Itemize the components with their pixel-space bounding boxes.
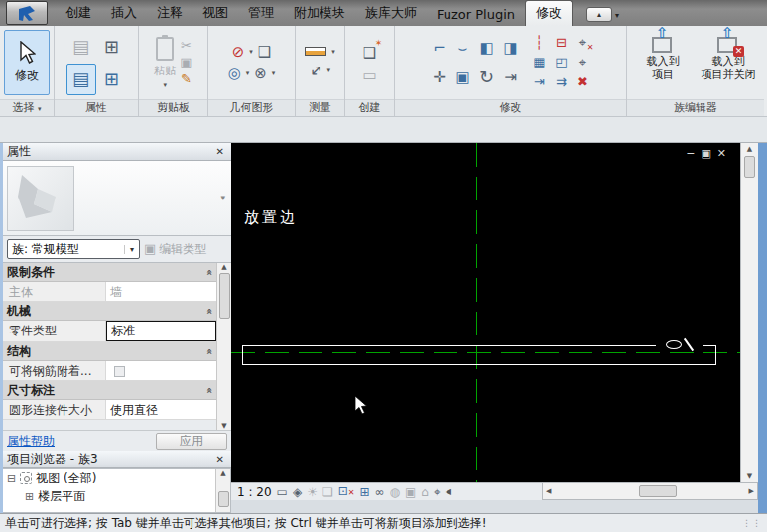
create-group-button[interactable]: ❑ ✶: [363, 43, 376, 62]
properties-palette-header[interactable]: 属性 ✕: [3, 143, 231, 161]
scroll-right-icon[interactable]: ▶: [749, 487, 754, 495]
load-into-project-button[interactable]: ⇧ 载入到 项目: [632, 29, 694, 96]
scroll-thumb[interactable]: [218, 491, 229, 507]
offset-icon[interactable]: ⌣: [458, 40, 468, 56]
trim-extend-corner-icon[interactable]: ⇥: [504, 69, 517, 85]
copy-element-icon[interactable]: ▣: [455, 69, 469, 85]
tab-fuzor-plugin[interactable]: Fuzor Plugin: [427, 4, 525, 26]
part-type-value[interactable]: 标准: [106, 321, 216, 341]
tab-family-library[interactable]: 族库大师: [355, 1, 427, 26]
canvas-horizontal-scrollbar[interactable]: ◀ ▶: [542, 482, 758, 500]
section-collapse-icon[interactable]: «: [203, 269, 214, 275]
connect-dropdown-icon[interactable]: ▾: [272, 69, 276, 77]
scroll-down-icon[interactable]: ▼: [747, 472, 752, 480]
tree-item-views[interactable]: ⊟ 视图 (全部): [3, 469, 230, 487]
scroll-left-icon[interactable]: ◀: [546, 487, 551, 495]
create-similar-icon[interactable]: ▭: [362, 67, 376, 83]
split-with-gap-icon[interactable]: ⊟: [556, 36, 567, 50]
measure-between-dropdown-icon[interactable]: ▾: [327, 66, 331, 74]
wall-host-outline[interactable]: [242, 345, 716, 365]
tab-create[interactable]: 创建: [56, 1, 101, 26]
tab-annotate[interactable]: 注释: [147, 1, 192, 26]
tab-modify-active[interactable]: 修改: [525, 0, 573, 26]
move-icon[interactable]: ✛: [433, 69, 446, 85]
delete-icon[interactable]: ✖: [577, 75, 588, 89]
view-scale[interactable]: 1 : 20: [237, 485, 272, 499]
match-type-icon[interactable]: ✎: [181, 72, 192, 86]
cut-geometry-dropdown-icon[interactable]: ▾: [249, 48, 253, 56]
section-structural[interactable]: 结构 «: [3, 342, 216, 361]
array-icon[interactable]: ▦: [533, 56, 545, 69]
worksharing-display-icon[interactable]: ▣: [405, 485, 416, 499]
reveal-constraints-icon[interactable]: ⌖: [434, 485, 441, 499]
solid-cube-icon[interactable]: ❑: [258, 44, 271, 60]
scroll-thumb[interactable]: [639, 485, 677, 497]
properties-scrollbar[interactable]: ▲ ▼: [216, 263, 231, 430]
scroll-up-icon[interactable]: ▲: [221, 263, 226, 271]
scale-icon[interactable]: ◰: [555, 56, 567, 69]
panel-label-select[interactable]: 选择 ▾: [0, 99, 54, 116]
section-mechanical[interactable]: 机械 «: [3, 302, 216, 321]
connect-icon[interactable]: ⊗: [254, 66, 267, 81]
type-preview[interactable]: ▾: [3, 161, 231, 236]
sun-path-icon[interactable]: ☀: [307, 485, 318, 499]
reference-plane-vertical[interactable]: [476, 143, 477, 482]
align-icon[interactable]: ⌐: [433, 40, 446, 56]
cut-icon[interactable]: ✂: [181, 39, 192, 53]
family-category-button[interactable]: ▤: [66, 31, 96, 63]
measure-ruler-icon[interactable]: [305, 47, 326, 56]
view-close-icon[interactable]: ✕: [717, 147, 726, 160]
trim-extend-single-icon[interactable]: ⇥: [534, 75, 545, 89]
crop-view-icon[interactable]: ⊡✕: [338, 484, 355, 500]
analytical-model-icon[interactable]: ⌂: [421, 485, 429, 499]
modify-tool-button[interactable]: 修改: [4, 30, 50, 95]
tab-view[interactable]: 视图: [192, 1, 238, 26]
canvas-vertical-scrollbar[interactable]: ▲ ▼: [740, 143, 758, 482]
measure-between-icon[interactable]: ↔: [306, 61, 325, 80]
copy-icon[interactable]: ▣: [180, 56, 192, 69]
section-collapse-icon[interactable]: «: [203, 308, 214, 314]
pin-icon[interactable]: ⌖: [579, 56, 586, 69]
properties-button[interactable]: ▤: [66, 64, 96, 95]
connector-size-value[interactable]: 使用直径: [106, 400, 216, 419]
rebar-checkbox[interactable]: [114, 366, 125, 377]
tab-addins[interactable]: 附加模块: [284, 1, 355, 26]
paste-button[interactable]: 粘贴 ▾: [154, 37, 176, 89]
shadows-icon[interactable]: ❏: [322, 485, 333, 499]
tree-item-floor-plans[interactable]: ⊞ 楼层平面: [3, 487, 230, 505]
rotate-icon[interactable]: ↻: [479, 67, 494, 87]
detail-level-icon[interactable]: ▭: [277, 485, 288, 499]
tree-expand-icon[interactable]: ⊞: [25, 490, 34, 503]
scroll-down-icon[interactable]: ▼: [221, 422, 226, 430]
tree-collapse-icon[interactable]: ⊟: [7, 472, 16, 485]
section-collapse-icon[interactable]: «: [203, 348, 214, 354]
scroll-up-icon[interactable]: ▲: [747, 145, 752, 153]
section-dimensions[interactable]: 尺寸标注 «: [3, 381, 216, 400]
properties-close-icon[interactable]: ✕: [213, 146, 227, 157]
section-constraints[interactable]: 限制条件 «: [3, 263, 216, 282]
scroll-thumb[interactable]: [219, 273, 230, 319]
tab-manage[interactable]: 管理: [238, 1, 284, 26]
ribbon-collapse-dropdown-icon[interactable]: ▾: [615, 11, 619, 20]
resize-grip-icon[interactable]: ⋮⋮: [742, 518, 762, 528]
application-menu-button[interactable]: [6, 1, 48, 25]
measure-dropdown-icon[interactable]: ▾: [331, 48, 335, 56]
join-geometry-icon[interactable]: ◎: [228, 66, 241, 81]
browser-scrollbar[interactable]: ▲: [215, 469, 230, 512]
scroll-thumb[interactable]: [744, 156, 755, 178]
ribbon-collapse-button[interactable]: ▴: [586, 7, 612, 22]
viewbar-left-arrow-icon[interactable]: ◀: [446, 485, 451, 499]
unpin-icon[interactable]: ⌖: [579, 36, 586, 50]
type-selector-combo[interactable]: 族: 常规模型 ▾: [7, 239, 140, 259]
section-collapse-icon[interactable]: «: [203, 387, 214, 393]
view-minimize-icon[interactable]: −: [686, 147, 695, 160]
visual-style-icon[interactable]: ◈: [293, 485, 302, 499]
properties-help-link[interactable]: 属性帮助: [7, 433, 55, 450]
project-browser-close-icon[interactable]: ✕: [213, 454, 227, 465]
scroll-up-icon[interactable]: ▲: [220, 469, 225, 477]
family-types-button[interactable]: ⊞: [97, 31, 127, 63]
mirror-pick-axis-icon[interactable]: ◧: [479, 40, 493, 56]
tab-insert[interactable]: 插入: [101, 1, 147, 26]
project-browser-header[interactable]: 项目浏览器 - 族3 ✕: [3, 451, 231, 468]
preview-dropdown-icon[interactable]: ▾: [220, 193, 225, 202]
